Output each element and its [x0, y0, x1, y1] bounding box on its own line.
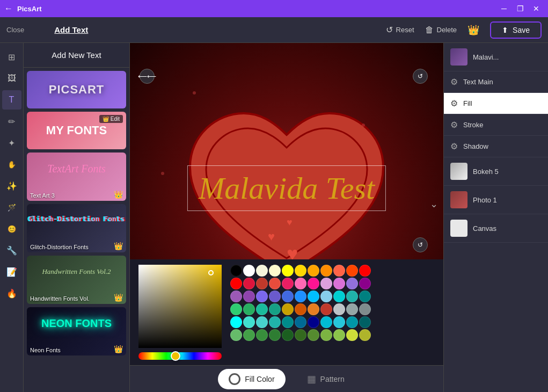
- swatch-skyblue[interactable]: [320, 291, 332, 302]
- canvas-scroll-down[interactable]: ⌄: [430, 198, 438, 210]
- image-tool[interactable]: 🖼: [2, 69, 21, 88]
- swatch-darkcyan[interactable]: [282, 316, 294, 328]
- swatch-carrot[interactable]: [308, 303, 319, 315]
- swatch-yellowgreen[interactable]: [320, 329, 332, 341]
- swatch-plum[interactable]: [320, 278, 332, 289]
- swatch-orangered[interactable]: [346, 265, 358, 277]
- swatch-emerald[interactable]: [230, 303, 242, 315]
- swatch-olivedrab[interactable]: [295, 329, 306, 341]
- close-window-button[interactable]: ✕: [529, 1, 544, 16]
- swatch-cerulean[interactable]: [320, 316, 332, 328]
- minimize-button[interactable]: ─: [496, 1, 512, 16]
- swatch-cyan[interactable]: [230, 316, 242, 328]
- swatch-deepgreen[interactable]: [282, 329, 294, 341]
- font-card-picsart[interactable]: PICSART FONTS: [27, 71, 126, 108]
- swatch-forestgreen[interactable]: [269, 329, 281, 341]
- swatch-wisteria[interactable]: [243, 291, 255, 302]
- swatch-black[interactable]: [230, 265, 242, 277]
- swatch-hotpink[interactable]: [295, 278, 306, 289]
- swatch-deeppink[interactable]: [308, 278, 319, 289]
- swatch-white[interactable]: [243, 265, 255, 277]
- swatch-chartreuse[interactable]: [308, 329, 319, 341]
- swatch-red[interactable]: [359, 265, 371, 277]
- swatch-gold[interactable]: [295, 265, 306, 277]
- swatch-turquoise[interactable]: [243, 316, 255, 328]
- delete-button[interactable]: 🗑 Delete: [425, 25, 457, 35]
- text-selection-box[interactable]: Malavida Test: [187, 165, 386, 211]
- swatch-lime[interactable]: [346, 329, 358, 341]
- swatch-pink[interactable]: [282, 278, 294, 289]
- edit-badge[interactable]: 👑 Edit: [99, 115, 123, 123]
- right-panel-item-bokeh5[interactable]: Bokeh 5: [444, 157, 548, 186]
- swatch-greenturquoise[interactable]: [256, 303, 268, 315]
- swatch-orchid[interactable]: [333, 278, 345, 289]
- crown-icon[interactable]: 👑: [467, 24, 479, 36]
- draw-tool[interactable]: ✏: [2, 112, 21, 131]
- save-button[interactable]: ⬆ Save: [490, 21, 542, 39]
- text-tool[interactable]: T: [2, 90, 21, 110]
- swatch-lightolive[interactable]: [333, 329, 345, 341]
- swatch-darkorange[interactable]: [320, 265, 332, 277]
- face-tool[interactable]: 😊: [2, 219, 21, 238]
- close-button[interactable]: Close: [6, 26, 24, 34]
- swatch-yellow[interactable]: [282, 265, 294, 277]
- back-icon[interactable]: ←: [4, 4, 13, 13]
- swatch-pomegranate[interactable]: [320, 303, 332, 315]
- hue-slider-thumb[interactable]: [171, 351, 180, 361]
- swatch-crimson[interactable]: [243, 278, 255, 289]
- swatch-darkgreen[interactable]: [256, 329, 268, 341]
- reset-button[interactable]: ↺ Reset: [386, 25, 414, 35]
- swatch-deepskyblue[interactable]: [308, 291, 319, 302]
- maximize-button[interactable]: ❐: [513, 1, 528, 16]
- swatch-slateblue[interactable]: [256, 291, 268, 302]
- swatch-tomato[interactable]: [333, 265, 345, 277]
- canvas-back-btn[interactable]: ⟵⟵: [140, 69, 155, 84]
- swatch-mediumgreen[interactable]: [243, 329, 255, 341]
- swatch-dodgerblue[interactable]: [295, 291, 306, 302]
- swatch-slateblue2[interactable]: [269, 291, 281, 302]
- swatch-darkred[interactable]: [256, 278, 268, 289]
- fill-color-button[interactable]: Fill Color: [218, 369, 285, 389]
- swatch-lightcyan[interactable]: [333, 316, 345, 328]
- canvas-rotate-btn[interactable]: ↺: [413, 69, 428, 84]
- gradient-picker[interactable]: [138, 265, 222, 348]
- swatch-mediumturquoise[interactable]: [256, 316, 268, 328]
- enhance-tool[interactable]: 🔥: [2, 284, 21, 303]
- right-panel-item-shadow[interactable]: ⚙ Shadow: [444, 136, 548, 157]
- swatch-orange[interactable]: [308, 265, 319, 277]
- right-panel-item-photo1[interactable]: Photo 1: [444, 186, 548, 214]
- swatch-lemon[interactable]: [269, 265, 281, 277]
- erase-tool[interactable]: ✋: [2, 155, 21, 174]
- swatch-teal[interactable]: [359, 291, 371, 302]
- swatch-amethyst[interactable]: [230, 291, 242, 302]
- swatch-darkturquoise[interactable]: [333, 291, 345, 302]
- swatch-tealblue[interactable]: [295, 316, 306, 328]
- font-card-glitch[interactable]: Glitch-Distortion Fonts Glitch-Distortio…: [27, 204, 126, 252]
- font-card-neon[interactable]: NEON FONTS Neon Fonts 👑: [27, 307, 126, 355]
- swatch-darklime[interactable]: [359, 329, 371, 341]
- right-panel-item-malavi[interactable]: Malavi...: [444, 43, 548, 71]
- swatch-greensea[interactable]: [269, 303, 281, 315]
- gradient-picker-thumb[interactable]: [208, 270, 214, 275]
- swatch-red2[interactable]: [230, 278, 242, 289]
- magic-tool[interactable]: 🪄: [2, 198, 21, 217]
- hue-slider[interactable]: [138, 352, 222, 360]
- right-panel-item-stroke[interactable]: ⚙ Stroke: [444, 114, 548, 136]
- swatch-alizarin[interactable]: [269, 278, 281, 289]
- swatch-mediumpurple[interactable]: [346, 278, 358, 289]
- right-panel-item-canvas[interactable]: Canvas: [444, 214, 548, 243]
- swatch-lightseagreen[interactable]: [346, 291, 358, 302]
- swatch-lightgreen[interactable]: [230, 329, 242, 341]
- grid-tool[interactable]: ⊞: [2, 47, 21, 67]
- font-card-myfonts[interactable]: MY FONTS 👑 Edit: [27, 112, 126, 149]
- swatch-royalblue[interactable]: [282, 291, 294, 302]
- swatch-concrete[interactable]: [346, 303, 358, 315]
- canvas-rotate2-btn[interactable]: ↺: [413, 237, 428, 252]
- effects-tool[interactable]: ✨: [2, 176, 21, 195]
- right-panel-item-textmain[interactable]: ⚙ Text Main: [444, 71, 548, 93]
- pattern-button[interactable]: ▦ Pattern: [296, 369, 355, 389]
- edit-tool[interactable]: 📝: [2, 262, 21, 281]
- right-panel-item-fill[interactable]: ⚙ Fill: [444, 93, 548, 114]
- settings-tool[interactable]: 🔧: [2, 241, 21, 260]
- sticker-tool[interactable]: ✦: [2, 133, 21, 153]
